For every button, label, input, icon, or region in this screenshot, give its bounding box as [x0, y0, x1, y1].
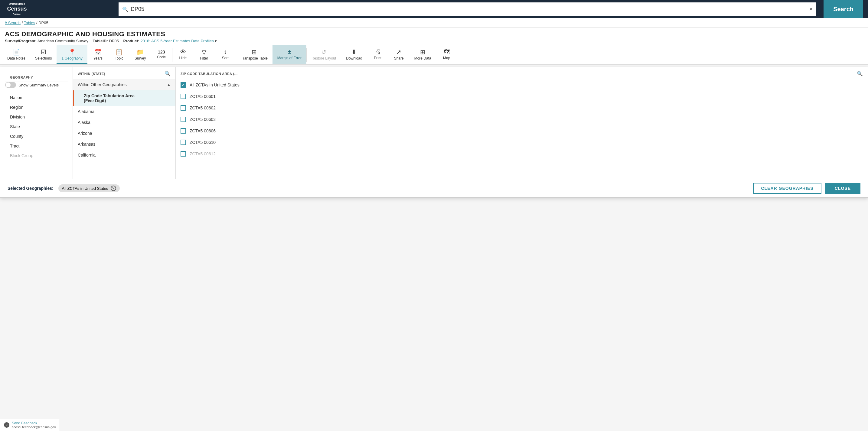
- selections-icon: ☑: [41, 48, 46, 56]
- toolbar-share[interactable]: ↗ Share: [388, 45, 409, 64]
- page-title-area: ACS DEMOGRAPHIC AND HOUSING ESTIMATES Su…: [0, 28, 868, 45]
- toolbar-years-label: Years: [93, 56, 102, 61]
- toolbar-hide-label: Hide: [179, 56, 187, 60]
- toolbar-survey-label: Survey: [134, 56, 146, 61]
- census-logo: United States Census Bureau: [5, 2, 29, 16]
- toolbar-data-notes-label: Data Notes: [7, 56, 25, 61]
- margin-icon: ±: [288, 48, 291, 55]
- toolbar-selections[interactable]: ☑ Selections: [30, 45, 57, 64]
- years-icon: 📅: [94, 48, 102, 56]
- breadcrumb-tables[interactable]: Tables: [24, 21, 35, 25]
- geography-icon: 📍: [68, 48, 76, 56]
- breadcrumb: // Search / Tables / DP05: [0, 18, 868, 28]
- toolbar-hide[interactable]: 👁 Hide: [173, 45, 193, 64]
- toolbar-more-data-label: More Data: [414, 56, 431, 61]
- topic-icon: 📋: [115, 48, 123, 56]
- toolbar-geography[interactable]: 📍 1 Geography: [57, 45, 87, 64]
- page-title: ACS DEMOGRAPHIC AND HOUSING ESTIMATES: [5, 30, 863, 38]
- toolbar-sort[interactable]: ↕ Sort: [215, 45, 236, 64]
- toolbar-transpose-label: Transpose Table: [241, 56, 268, 61]
- product-dropdown: ▾: [215, 39, 217, 43]
- toolbar-geography-label: 1 Geography: [61, 56, 82, 61]
- toolbar-code-label: Code: [157, 55, 166, 59]
- toolbar-restore[interactable]: ↺ Restore Layout: [307, 45, 341, 64]
- hide-icon: 👁: [180, 48, 186, 55]
- search-icon: 🔍: [122, 6, 128, 12]
- toolbar-download-label: Download: [346, 56, 362, 61]
- toolbar-download[interactable]: ⬇ Download: [341, 45, 367, 64]
- clear-search-button[interactable]: ×: [809, 6, 813, 13]
- logo-census-text: Census: [7, 6, 27, 12]
- breadcrumb-sep1: /: [22, 21, 24, 25]
- tableid-value: DP05: [109, 39, 119, 43]
- product-label: Product:: [123, 39, 139, 43]
- breadcrumb-current: DP05: [38, 21, 49, 25]
- transpose-icon: ⊞: [252, 48, 257, 56]
- search-bar: 🔍 ×: [119, 2, 816, 16]
- toolbar-filter[interactable]: ▽ Filter: [193, 45, 215, 64]
- toolbar-survey[interactable]: 📁 Survey: [130, 45, 151, 64]
- toolbar-map[interactable]: 🗺 Map: [436, 45, 457, 64]
- toolbar-years[interactable]: 📅 Years: [87, 45, 108, 64]
- page-meta: Survey/Program: American Community Surve…: [5, 39, 863, 43]
- more-data-icon: ⊞: [420, 48, 425, 56]
- restore-icon: ↺: [321, 48, 326, 56]
- search-button[interactable]: Search: [824, 0, 863, 18]
- survey-label: Survey/Program:: [5, 39, 37, 43]
- toolbar-code[interactable]: 123 Code: [151, 45, 172, 64]
- app-header: United States Census Bureau 🔍 × Search: [0, 0, 868, 18]
- tableid-label: TableID:: [93, 39, 108, 43]
- download-icon: ⬇: [351, 48, 356, 56]
- toolbar-transpose[interactable]: ⊞ Transpose Table: [236, 45, 273, 64]
- toolbar-print[interactable]: 🖨 Print: [367, 45, 388, 64]
- toolbar-margin-label: Margin of Error: [277, 56, 302, 60]
- toolbar-data-notes[interactable]: 📄 Data Notes: [2, 45, 30, 64]
- survey-icon: 📁: [136, 48, 144, 56]
- filter-icon: ▽: [202, 48, 206, 56]
- toolbar-topic-label: Topic: [115, 56, 123, 61]
- survey-value: American Community Survey: [37, 39, 88, 43]
- code-icon: 123: [158, 49, 165, 55]
- toolbar-restore-label: Restore Layout: [311, 56, 336, 61]
- print-icon: 🖨: [375, 48, 381, 55]
- toolbar-topic[interactable]: 📋 Topic: [108, 45, 130, 64]
- toolbar-selections-label: Selections: [35, 56, 52, 61]
- sort-icon: ↕: [224, 48, 227, 55]
- breadcrumb-sep2: /: [36, 21, 38, 25]
- toolbar-margin[interactable]: ± Margin of Error: [273, 45, 306, 64]
- toolbar-print-label: Print: [374, 56, 381, 60]
- data-notes-icon: 📄: [13, 48, 20, 56]
- toolbar-sort-label: Sort: [222, 56, 229, 60]
- toolbar-share-label: Share: [394, 56, 404, 61]
- toolbar-more-data[interactable]: ⊞ More Data: [409, 45, 436, 64]
- product-link[interactable]: 2018: ACS 5-Year Estimates Data Profiles: [140, 39, 214, 43]
- map-icon: 🗺: [444, 48, 450, 55]
- toolbar: 📄 Data Notes ☑ Selections 📍 1 Geography …: [0, 45, 868, 65]
- search-input[interactable]: [131, 6, 807, 12]
- toolbar-map-label: Map: [443, 56, 450, 60]
- share-icon: ↗: [396, 48, 401, 56]
- breadcrumb-search[interactable]: // Search: [5, 21, 21, 25]
- toolbar-filter-label: Filter: [200, 56, 208, 61]
